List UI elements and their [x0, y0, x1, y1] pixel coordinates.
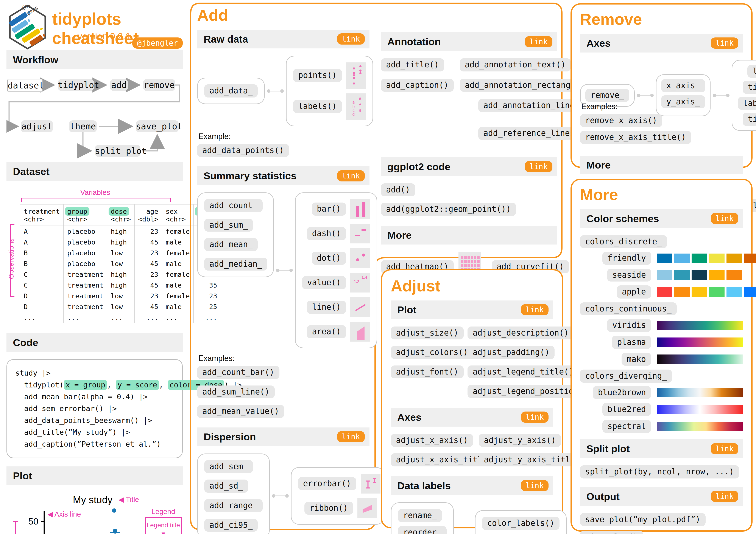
ggplot2-link[interactable]: link	[525, 161, 553, 172]
scheme-name: blue2brown	[593, 386, 651, 399]
author-handle-badge[interactable]: @jbengler	[132, 38, 183, 49]
tidyplots-logo: tidy plots	[8, 5, 47, 49]
friendly-swatches	[657, 254, 756, 263]
split-plot-link[interactable]: link	[711, 443, 738, 454]
data-labels-right-group: color_labels()x_axis_labels()y_axis_labe…	[475, 510, 567, 534]
examples-label: Examples:	[581, 102, 691, 111]
svg-text:1.4: 1.4	[362, 275, 367, 280]
plot-section-header: Plot	[7, 467, 183, 485]
workflow-node-dataset: dataset	[7, 79, 43, 92]
svg-text:1.2: 1.2	[354, 279, 359, 284]
workflow-node-tidyplot: tidyplot	[58, 79, 94, 91]
table-cell: D	[20, 291, 64, 301]
color-swatch	[709, 254, 724, 263]
connector	[638, 95, 653, 96]
table-row: Ctreatmenthigh45male35	[20, 280, 221, 291]
observations-label: Observations	[7, 229, 15, 289]
adjust-axes-link[interactable]: link	[521, 412, 549, 423]
function-pill: adjust_font()	[391, 366, 464, 379]
dataset-section-header: Dataset	[7, 162, 183, 181]
annotation-link[interactable]: link	[525, 36, 553, 47]
color-swatch	[657, 270, 672, 280]
apple-swatches	[657, 287, 756, 297]
table-cell: B	[20, 258, 64, 269]
remove-chain-3: line()ticks()labels()title()	[732, 60, 756, 131]
function-pill: adjust_x_axis()	[391, 434, 473, 447]
workflow-node-remove: remove	[143, 79, 176, 91]
remove-more-header: More	[580, 156, 743, 174]
function-pill: add_data_	[204, 84, 258, 97]
split-plot-header: Split plot link	[580, 439, 743, 458]
raw-data-right-group: points() labels() ab cd ef g	[286, 56, 373, 126]
table-row: Dtreatmentlow45male25	[20, 301, 221, 312]
color-schemes-link[interactable]: link	[711, 213, 738, 224]
table-cell: female	[162, 269, 194, 280]
errorbar-icon	[361, 474, 381, 494]
table-cell: treatment	[64, 269, 107, 280]
dataset-area: Variables Observations treatment<chr> gr…	[7, 188, 183, 325]
blue2red-gradient	[657, 405, 743, 414]
table-cell: male	[162, 237, 194, 247]
errorbar-high	[59, 532, 120, 534]
connector	[714, 95, 729, 96]
output-link[interactable]: link	[711, 491, 738, 502]
scheme-name: plasma	[612, 336, 651, 349]
raw-data-examples: add_data_points()	[197, 144, 369, 157]
value-icon: 1.21.4	[350, 273, 370, 292]
svg-text:d: d	[352, 112, 355, 117]
split-plot-items: split_plot(by, ncol, nrow, ...)	[580, 465, 743, 478]
ann-axis-line: ◀ Axis line	[47, 510, 81, 518]
function-pill: adjust_colors()	[391, 346, 473, 359]
fn-line: line()	[307, 301, 346, 314]
connector	[277, 270, 292, 271]
function-pill: add_mean_	[204, 238, 258, 251]
code-highlight-x: x = group	[64, 380, 107, 390]
scheme-name: blue2red	[602, 403, 651, 416]
table-cell: high	[107, 269, 134, 280]
table-cell: low	[107, 247, 134, 258]
table-cell: ...	[64, 312, 107, 323]
annotation-grid: add_title() add_annotation_text() add_ca…	[381, 58, 557, 147]
dispersion-link[interactable]: link	[337, 431, 365, 442]
example-label: Example:	[199, 132, 369, 141]
table-cell: male	[162, 301, 194, 312]
function-pill: adjust_y_axis()	[479, 434, 561, 447]
fn-value: value()	[302, 276, 346, 289]
labels-icon: ab cd ef g	[346, 93, 366, 120]
remove-examples-wrap: Examples: remove_x_axis()remove_x_axis_t…	[580, 96, 743, 148]
raw-data-link[interactable]: link	[337, 33, 365, 44]
adjust-plot-link[interactable]: link	[521, 304, 549, 315]
svg-text:f: f	[359, 103, 361, 108]
summary-link[interactable]: link	[337, 170, 365, 181]
data-labels-link[interactable]: link	[521, 480, 549, 491]
table-cell: ...	[134, 312, 162, 323]
remove-examples: remove_x_axis()remove_x_axis_title()	[580, 114, 691, 144]
table-cell: 23	[134, 291, 162, 301]
table-cell: low	[107, 291, 134, 301]
scheme-name: spectral	[602, 420, 651, 433]
raw-data-left-group: add_data_	[197, 78, 265, 104]
summary-examples: add_count_bar()add_sum_line()add_mean_va…	[197, 366, 369, 418]
color-swatch	[674, 270, 689, 280]
dataset-table-header-row: treatment<chr> group<chr> dose<chr> age<…	[20, 204, 221, 226]
table-cell: male	[162, 258, 194, 269]
fn-errorbar: errorbar()	[298, 477, 356, 490]
colors-discrete-pill: colors_discrete_	[580, 235, 667, 248]
adjust-box: Adjust Plot link adjust_size()adjust_col…	[381, 269, 563, 528]
line-icon	[350, 297, 370, 317]
fn-dash: dash()	[307, 227, 346, 240]
scheme-apple: apple	[580, 285, 743, 298]
remove-axes-link[interactable]: link	[711, 38, 738, 49]
table-cell: ...	[20, 312, 64, 323]
example-pill: add_data_points()	[197, 144, 289, 157]
dispersion-left-group: add_sem_add_sd_add_range_add_ci95_	[197, 453, 270, 534]
workflow-diagram: dataset tidyplot add remove adjust theme…	[7, 76, 183, 162]
function-pill: adjust_padding()	[468, 346, 554, 359]
example-pill: add_sum_line()	[197, 386, 275, 399]
add-column: Add Raw data link add_data_ points() lab…	[197, 7, 369, 534]
adjust-plot-header: Plot link	[391, 300, 553, 319]
col-sex: sex<chr>	[162, 204, 194, 226]
scheme-name: apple	[617, 285, 651, 298]
function-pill: add_ci95_	[204, 519, 258, 532]
function-pill: add_range_	[204, 499, 263, 512]
